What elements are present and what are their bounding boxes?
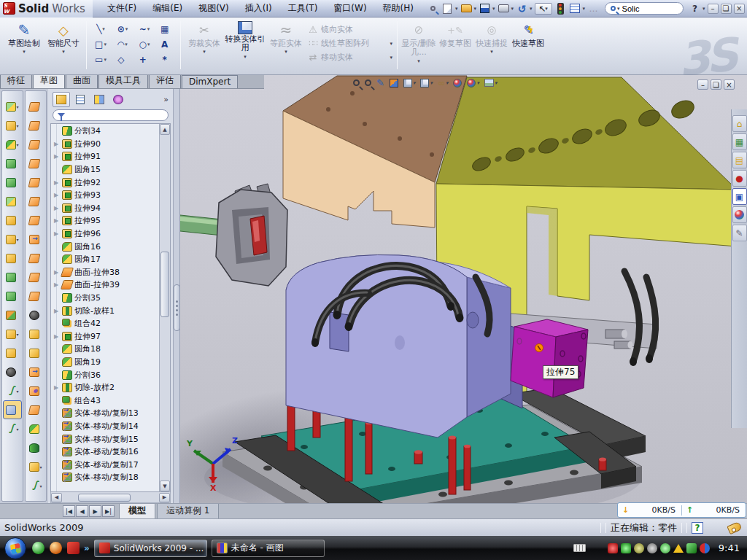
sketch-entity-button[interactable]: ▭▾ xyxy=(90,52,112,67)
tray-icon[interactable] xyxy=(660,543,670,553)
previous-view-icon[interactable]: ✎ xyxy=(376,77,384,88)
taskbar-task-button[interactable]: SolidWorks 2009 - ... xyxy=(94,540,207,557)
toolbar-button[interactable]: ▾ xyxy=(26,135,45,154)
tree-item[interactable]: ▶圆角15 xyxy=(54,163,159,176)
scrollbar-thumb[interactable] xyxy=(160,252,169,317)
tree-item[interactable]: ▶曲面-拉伸38 xyxy=(54,266,159,279)
task-pane-tab[interactable]: ● xyxy=(732,170,747,187)
toolbar-button[interactable]: ▾ xyxy=(3,249,22,268)
tree-item[interactable]: ▶拉伸90 xyxy=(54,138,159,151)
command-button[interactable]: 快速捕捉▾ xyxy=(473,20,510,64)
tree-item[interactable]: ▶圆角16 xyxy=(54,240,159,253)
task-pane-tab[interactable]: ▦ xyxy=(732,133,747,150)
command-button[interactable]: 快速草图▾ xyxy=(510,20,546,64)
view-settings-icon[interactable]: ▾ xyxy=(484,79,498,87)
tray-icon[interactable] xyxy=(673,544,684,553)
task-pane-tab[interactable]: ▤ xyxy=(732,152,747,168)
toolbar-button[interactable]: ▾ xyxy=(26,306,45,324)
scroll-right-icon[interactable]: ▶ xyxy=(159,493,170,502)
command-button[interactable]: 等距实体▾ xyxy=(266,20,306,60)
toolbar-button[interactable]: ▾ xyxy=(26,192,45,211)
toolbar-button[interactable]: ▾ xyxy=(26,173,45,192)
toolbar-button[interactable]: ▾ xyxy=(3,362,22,381)
panel-tab[interactable] xyxy=(109,92,127,107)
menu-item[interactable]: 插入(I) xyxy=(238,1,279,16)
tree-item[interactable]: ▶实体-移动/复制18 xyxy=(54,471,159,484)
toolbar-button[interactable]: ▾ xyxy=(26,230,45,249)
tree-item[interactable]: ▶实体-移动/复制14 xyxy=(54,420,159,433)
tree-item[interactable]: ▶拉伸91 xyxy=(54,150,159,163)
scroll-down-icon[interactable]: ▼ xyxy=(160,481,170,491)
sketch-entity-button[interactable]: +▾ xyxy=(133,52,155,67)
expand-arrow-icon[interactable]: ▶ xyxy=(54,384,60,391)
toolbar-button[interactable]: ▾ xyxy=(26,400,45,419)
toolbar-button[interactable]: ▾ xyxy=(3,306,22,324)
tray-icon[interactable] xyxy=(608,543,618,553)
network-speed-widget[interactable]: ↓0KB/S ↑0KB/S xyxy=(617,502,746,518)
command-button[interactable]: 草图绘制▾ xyxy=(4,20,44,55)
menu-item[interactable]: 编辑(E) xyxy=(145,1,190,16)
tray-icon[interactable] xyxy=(700,543,710,553)
expand-arrow-icon[interactable]: ▶ xyxy=(54,230,60,237)
toolbar-button[interactable]: ▾ xyxy=(26,457,45,476)
toolbar-button[interactable]: ▾ xyxy=(3,154,22,173)
options-icon[interactable] xyxy=(569,3,581,15)
menu-item[interactable]: 工具(T) xyxy=(281,1,325,16)
sketch-entity-button[interactable]: ╲▾ xyxy=(90,21,112,36)
toolbar-button[interactable]: ▾ xyxy=(3,381,22,400)
menu-item[interactable]: 文件(F) xyxy=(100,1,144,16)
toolbar-button[interactable]: ▾ xyxy=(26,381,45,400)
document-tab[interactable]: 运动算例 1 xyxy=(157,504,219,519)
minimize-button[interactable]: – xyxy=(708,4,719,14)
view-orientation-icon[interactable]: ▾ xyxy=(403,79,416,88)
tree-item[interactable]: ▶拉伸93 xyxy=(54,189,159,202)
sketch-entity-button[interactable]: ~▾ xyxy=(133,21,155,36)
tree-item[interactable]: ▶组合42 xyxy=(54,317,159,330)
tab-nav-button[interactable]: ▶| xyxy=(102,505,115,517)
menu-item[interactable]: 窗口(W) xyxy=(326,1,374,16)
toolbar-button[interactable]: ▾ xyxy=(3,230,22,249)
tray-icon[interactable] xyxy=(573,544,586,552)
search-box[interactable]: ▾ xyxy=(605,2,684,15)
toolbar-button[interactable]: ▾ xyxy=(3,287,22,306)
toolbar-button[interactable]: ▾ xyxy=(3,135,22,154)
tray-icon[interactable] xyxy=(634,543,644,553)
tree-item[interactable]: ▶拉伸97 xyxy=(54,330,159,343)
expand-arrow-icon[interactable]: ▶ xyxy=(54,333,60,340)
toolbar-button[interactable]: ▾ xyxy=(26,324,45,343)
toolbar-button[interactable]: ▾ xyxy=(3,192,22,211)
open-icon[interactable] xyxy=(460,3,473,15)
tree-vertical-scrollbar[interactable]: ▲ ▼ xyxy=(159,124,170,491)
section-view-icon[interactable] xyxy=(390,79,398,88)
toolbar-button[interactable]: ▾ xyxy=(3,97,22,116)
start-button[interactable] xyxy=(4,537,26,559)
toolbar-button[interactable]: ▾ xyxy=(3,211,22,230)
zoom-to-fit-icon[interactable] xyxy=(353,79,360,86)
tree-item[interactable]: ▶分割35 xyxy=(54,292,159,305)
toolbar-button[interactable]: ▾ xyxy=(26,343,45,362)
tab-nav-button[interactable]: ▶ xyxy=(89,505,101,517)
expand-arrow-icon[interactable]: ▶ xyxy=(54,269,60,276)
save-icon[interactable] xyxy=(479,3,491,15)
toolbar-button[interactable]: ▾ xyxy=(26,268,45,287)
toolbar-button[interactable]: ▾ xyxy=(26,438,45,457)
toolbar-button[interactable]: ▾ xyxy=(26,476,45,495)
command-button[interactable]: 转换实体引用▾ xyxy=(225,20,266,60)
scroll-up-icon[interactable]: ▲ xyxy=(160,124,170,135)
menu-item[interactable]: 视图(V) xyxy=(191,1,236,16)
tray-icon[interactable] xyxy=(621,543,631,553)
expand-arrow-icon[interactable]: ▶ xyxy=(54,217,60,224)
edit-appearance-icon[interactable] xyxy=(453,79,462,88)
expand-arrow-icon[interactable]: ▶ xyxy=(54,192,60,198)
toolbar-button[interactable]: ▾ xyxy=(26,97,45,116)
toolbar-button[interactable]: ▾ xyxy=(26,116,45,135)
quick-launch-icon[interactable] xyxy=(50,542,62,554)
sketch-entity-button[interactable]: *▾ xyxy=(155,52,177,67)
print-icon[interactable] xyxy=(498,3,510,15)
apply-scene-icon[interactable]: ▾ xyxy=(467,79,479,88)
tree-item[interactable]: ▶拉伸92 xyxy=(54,176,159,189)
panel-tab[interactable] xyxy=(53,92,70,107)
sketch-entity-button[interactable]: ○▾ xyxy=(133,36,155,52)
restore-button[interactable]: ❏ xyxy=(721,4,732,14)
tray-icon[interactable] xyxy=(686,543,697,553)
